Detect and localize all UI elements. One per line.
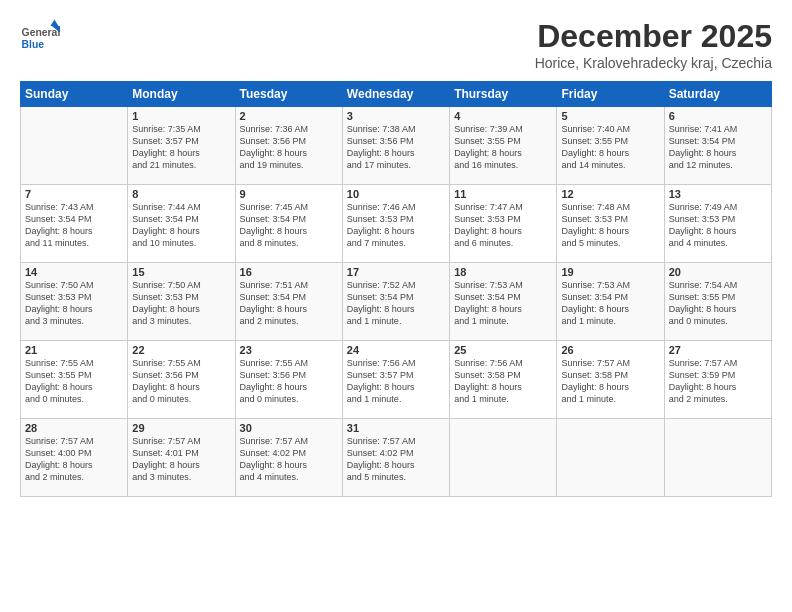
day-number: 15 <box>132 266 230 278</box>
day-number: 28 <box>25 422 123 434</box>
day-cell: 12Sunrise: 7:48 AM Sunset: 3:53 PM Dayli… <box>557 185 664 263</box>
day-info: Sunrise: 7:48 AM Sunset: 3:53 PM Dayligh… <box>561 201 659 250</box>
day-number: 5 <box>561 110 659 122</box>
day-cell: 31Sunrise: 7:57 AM Sunset: 4:02 PM Dayli… <box>342 419 449 497</box>
day-cell: 10Sunrise: 7:46 AM Sunset: 3:53 PM Dayli… <box>342 185 449 263</box>
day-info: Sunrise: 7:53 AM Sunset: 3:54 PM Dayligh… <box>561 279 659 328</box>
week-row-5: 28Sunrise: 7:57 AM Sunset: 4:00 PM Dayli… <box>21 419 772 497</box>
day-info: Sunrise: 7:52 AM Sunset: 3:54 PM Dayligh… <box>347 279 445 328</box>
day-cell <box>21 107 128 185</box>
day-number: 23 <box>240 344 338 356</box>
day-number: 1 <box>132 110 230 122</box>
week-row-4: 21Sunrise: 7:55 AM Sunset: 3:55 PM Dayli… <box>21 341 772 419</box>
day-number: 3 <box>347 110 445 122</box>
page: General Blue December 2025 Horice, Kralo… <box>0 0 792 612</box>
calendar-table: SundayMondayTuesdayWednesdayThursdayFrid… <box>20 81 772 497</box>
day-info: Sunrise: 7:47 AM Sunset: 3:53 PM Dayligh… <box>454 201 552 250</box>
day-cell: 14Sunrise: 7:50 AM Sunset: 3:53 PM Dayli… <box>21 263 128 341</box>
title-block: December 2025 Horice, Kralovehradecky kr… <box>535 18 772 71</box>
day-number: 29 <box>132 422 230 434</box>
header-row: SundayMondayTuesdayWednesdayThursdayFrid… <box>21 82 772 107</box>
header: General Blue December 2025 Horice, Kralo… <box>20 18 772 71</box>
day-cell: 23Sunrise: 7:55 AM Sunset: 3:56 PM Dayli… <box>235 341 342 419</box>
svg-marker-2 <box>50 20 58 26</box>
day-cell: 24Sunrise: 7:56 AM Sunset: 3:57 PM Dayli… <box>342 341 449 419</box>
day-info: Sunrise: 7:36 AM Sunset: 3:56 PM Dayligh… <box>240 123 338 172</box>
day-info: Sunrise: 7:35 AM Sunset: 3:57 PM Dayligh… <box>132 123 230 172</box>
day-cell: 17Sunrise: 7:52 AM Sunset: 3:54 PM Dayli… <box>342 263 449 341</box>
day-number: 6 <box>669 110 767 122</box>
week-row-3: 14Sunrise: 7:50 AM Sunset: 3:53 PM Dayli… <box>21 263 772 341</box>
day-info: Sunrise: 7:56 AM Sunset: 3:57 PM Dayligh… <box>347 357 445 406</box>
col-header-saturday: Saturday <box>664 82 771 107</box>
day-cell: 18Sunrise: 7:53 AM Sunset: 3:54 PM Dayli… <box>450 263 557 341</box>
day-cell: 30Sunrise: 7:57 AM Sunset: 4:02 PM Dayli… <box>235 419 342 497</box>
col-header-thursday: Thursday <box>450 82 557 107</box>
day-number: 8 <box>132 188 230 200</box>
day-info: Sunrise: 7:40 AM Sunset: 3:55 PM Dayligh… <box>561 123 659 172</box>
day-info: Sunrise: 7:57 AM Sunset: 3:58 PM Dayligh… <box>561 357 659 406</box>
day-number: 21 <box>25 344 123 356</box>
day-cell: 25Sunrise: 7:56 AM Sunset: 3:58 PM Dayli… <box>450 341 557 419</box>
day-number: 4 <box>454 110 552 122</box>
day-number: 31 <box>347 422 445 434</box>
day-info: Sunrise: 7:57 AM Sunset: 4:02 PM Dayligh… <box>347 435 445 484</box>
day-cell: 21Sunrise: 7:55 AM Sunset: 3:55 PM Dayli… <box>21 341 128 419</box>
day-info: Sunrise: 7:39 AM Sunset: 3:55 PM Dayligh… <box>454 123 552 172</box>
calendar-title: December 2025 <box>535 18 772 55</box>
day-info: Sunrise: 7:49 AM Sunset: 3:53 PM Dayligh… <box>669 201 767 250</box>
day-info: Sunrise: 7:41 AM Sunset: 3:54 PM Dayligh… <box>669 123 767 172</box>
day-info: Sunrise: 7:38 AM Sunset: 3:56 PM Dayligh… <box>347 123 445 172</box>
col-header-wednesday: Wednesday <box>342 82 449 107</box>
day-cell: 28Sunrise: 7:57 AM Sunset: 4:00 PM Dayli… <box>21 419 128 497</box>
day-cell: 27Sunrise: 7:57 AM Sunset: 3:59 PM Dayli… <box>664 341 771 419</box>
svg-text:Blue: Blue <box>22 39 45 50</box>
col-header-friday: Friday <box>557 82 664 107</box>
col-header-tuesday: Tuesday <box>235 82 342 107</box>
calendar-subtitle: Horice, Kralovehradecky kraj, Czechia <box>535 55 772 71</box>
day-number: 26 <box>561 344 659 356</box>
day-cell: 5Sunrise: 7:40 AM Sunset: 3:55 PM Daylig… <box>557 107 664 185</box>
day-cell: 3Sunrise: 7:38 AM Sunset: 3:56 PM Daylig… <box>342 107 449 185</box>
day-number: 22 <box>132 344 230 356</box>
day-info: Sunrise: 7:55 AM Sunset: 3:56 PM Dayligh… <box>240 357 338 406</box>
day-info: Sunrise: 7:50 AM Sunset: 3:53 PM Dayligh… <box>25 279 123 328</box>
day-info: Sunrise: 7:56 AM Sunset: 3:58 PM Dayligh… <box>454 357 552 406</box>
day-number: 20 <box>669 266 767 278</box>
day-info: Sunrise: 7:57 AM Sunset: 4:01 PM Dayligh… <box>132 435 230 484</box>
day-cell: 9Sunrise: 7:45 AM Sunset: 3:54 PM Daylig… <box>235 185 342 263</box>
day-number: 17 <box>347 266 445 278</box>
logo-icon: General Blue <box>20 18 60 58</box>
day-cell: 7Sunrise: 7:43 AM Sunset: 3:54 PM Daylig… <box>21 185 128 263</box>
day-cell <box>664 419 771 497</box>
day-number: 13 <box>669 188 767 200</box>
day-info: Sunrise: 7:57 AM Sunset: 4:00 PM Dayligh… <box>25 435 123 484</box>
week-row-1: 1Sunrise: 7:35 AM Sunset: 3:57 PM Daylig… <box>21 107 772 185</box>
day-info: Sunrise: 7:53 AM Sunset: 3:54 PM Dayligh… <box>454 279 552 328</box>
day-number: 9 <box>240 188 338 200</box>
day-cell: 15Sunrise: 7:50 AM Sunset: 3:53 PM Dayli… <box>128 263 235 341</box>
day-number: 12 <box>561 188 659 200</box>
day-info: Sunrise: 7:55 AM Sunset: 3:56 PM Dayligh… <box>132 357 230 406</box>
day-info: Sunrise: 7:54 AM Sunset: 3:55 PM Dayligh… <box>669 279 767 328</box>
day-number: 25 <box>454 344 552 356</box>
day-info: Sunrise: 7:43 AM Sunset: 3:54 PM Dayligh… <box>25 201 123 250</box>
day-cell: 19Sunrise: 7:53 AM Sunset: 3:54 PM Dayli… <box>557 263 664 341</box>
day-number: 14 <box>25 266 123 278</box>
day-cell: 22Sunrise: 7:55 AM Sunset: 3:56 PM Dayli… <box>128 341 235 419</box>
day-cell: 29Sunrise: 7:57 AM Sunset: 4:01 PM Dayli… <box>128 419 235 497</box>
day-cell: 2Sunrise: 7:36 AM Sunset: 3:56 PM Daylig… <box>235 107 342 185</box>
col-header-monday: Monday <box>128 82 235 107</box>
day-info: Sunrise: 7:57 AM Sunset: 3:59 PM Dayligh… <box>669 357 767 406</box>
day-cell: 16Sunrise: 7:51 AM Sunset: 3:54 PM Dayli… <box>235 263 342 341</box>
day-number: 18 <box>454 266 552 278</box>
logo: General Blue <box>20 18 60 58</box>
day-cell: 1Sunrise: 7:35 AM Sunset: 3:57 PM Daylig… <box>128 107 235 185</box>
day-number: 7 <box>25 188 123 200</box>
day-number: 27 <box>669 344 767 356</box>
day-number: 2 <box>240 110 338 122</box>
day-number: 11 <box>454 188 552 200</box>
day-cell: 11Sunrise: 7:47 AM Sunset: 3:53 PM Dayli… <box>450 185 557 263</box>
day-info: Sunrise: 7:57 AM Sunset: 4:02 PM Dayligh… <box>240 435 338 484</box>
svg-text:General: General <box>22 27 60 38</box>
